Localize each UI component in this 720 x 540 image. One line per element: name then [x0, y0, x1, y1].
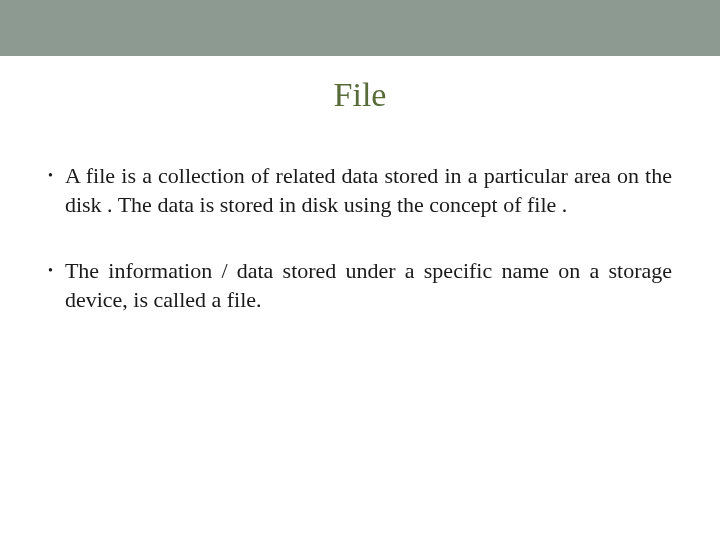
bullet-text: A file is a collection of related data s… — [65, 162, 672, 219]
slide-content: • A file is a collection of related data… — [0, 114, 720, 314]
bullet-item: • The information / data stored under a … — [48, 257, 672, 314]
bullet-dot-icon: • — [48, 168, 53, 184]
bullet-text: The information / data stored under a sp… — [65, 257, 672, 314]
top-accent-bar — [0, 0, 720, 56]
bullet-dot-icon: • — [48, 263, 53, 279]
slide-title: File — [0, 76, 720, 114]
bullet-item: • A file is a collection of related data… — [48, 162, 672, 219]
